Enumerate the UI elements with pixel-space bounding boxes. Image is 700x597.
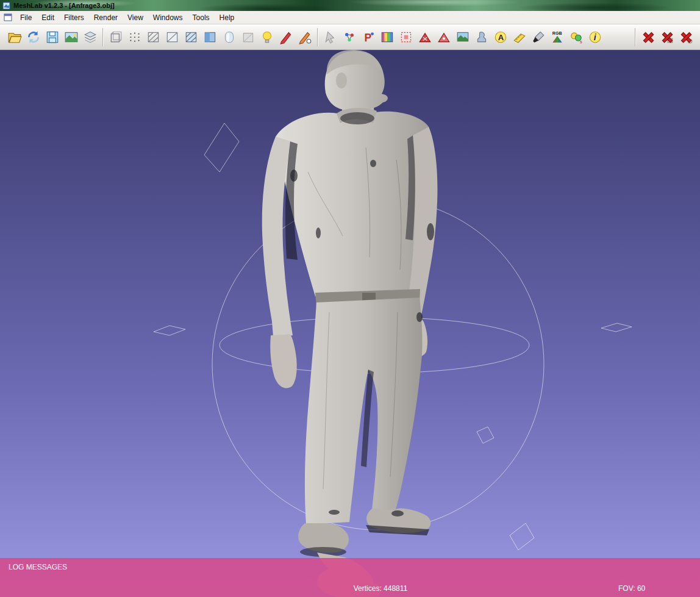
app-icon: [2, 2, 10, 10]
dashed-select-icon: [399, 30, 413, 45]
red-x-stack-icon: [660, 30, 674, 45]
bust-icon: [474, 30, 489, 45]
decorator-button[interactable]: [276, 27, 295, 46]
menu-render[interactable]: Render: [89, 12, 123, 24]
red-triangle-dot-icon: [437, 30, 451, 45]
menu-bar: File Edit Filters Render View Windows To…: [0, 11, 700, 24]
delete-raster-button[interactable]: [676, 27, 695, 46]
window-title: MeshLab v1.2.3 - [Anfrage3.obj]: [13, 2, 115, 9]
measure-button[interactable]: [510, 27, 529, 46]
rgb-triangle-icon: RGB: [550, 30, 565, 45]
measure-wedge-icon: [512, 30, 527, 45]
reload-button[interactable]: [24, 27, 43, 46]
red-triangle-x-icon: [418, 30, 432, 45]
flat-lines-icon: [184, 30, 199, 45]
mesh-scene: [0, 50, 700, 597]
texture-mode-button[interactable]: [238, 27, 257, 46]
gl-viewport[interactable]: LOG MESSAGES Vertices: 448811 Faces: 843…: [0, 50, 700, 597]
p-letter-icon: P: [361, 30, 376, 45]
light-toggle-button[interactable]: [257, 27, 276, 46]
rainbow-map-icon: [380, 30, 395, 45]
color-mapper-button[interactable]: [377, 27, 396, 46]
human-mesh: [262, 50, 438, 597]
title-bar[interactable]: MeshLab v1.2.3 - [Anfrage3.obj]: [0, 0, 700, 11]
layers-icon: [83, 30, 98, 45]
smooth-icon: [222, 30, 237, 45]
light-bulb-icon: [260, 30, 274, 45]
main-toolbar: P A RGB s i: [0, 24, 700, 50]
flat-lines-mode-button[interactable]: [182, 27, 201, 46]
mesh-stats: Vertices: 448811 Faces: 843289: [143, 563, 618, 597]
pick-points-button[interactable]: [340, 27, 359, 46]
vertices-count: Vertices: 448811: [354, 584, 408, 594]
p-tool-button[interactable]: P: [359, 27, 377, 46]
svg-text:A: A: [498, 32, 504, 41]
info-button[interactable]: i: [585, 27, 604, 46]
red-x-raster-icon: [679, 30, 693, 45]
menu-edit[interactable]: Edit: [37, 12, 59, 24]
snapshot-icon: [64, 30, 79, 45]
delete-faces-button[interactable]: [415, 27, 434, 46]
delete-vertices-button[interactable]: [434, 27, 453, 46]
menu-view[interactable]: View: [123, 12, 148, 24]
paint-brush-icon: [531, 30, 546, 45]
bbox-mode-button[interactable]: [106, 27, 125, 46]
orange-pen-icon: [298, 30, 312, 45]
info-icon: i: [588, 30, 602, 45]
wireframe-icon: [146, 30, 161, 45]
meshlab-window: MeshLab v1.2.3 - [Anfrage3.obj] File Edi…: [0, 0, 700, 597]
fov-value: FOV: 60: [618, 584, 691, 594]
red-x-icon: [641, 30, 655, 45]
decorator-edit-button[interactable]: [295, 27, 314, 46]
wireframe-mode-button[interactable]: [144, 27, 163, 46]
bbox-icon: [109, 30, 123, 45]
layers-button[interactable]: [80, 27, 99, 46]
log-messages-label: LOG MESSAGES: [9, 563, 143, 571]
pick-points-icon: [342, 30, 357, 45]
points-mode-button[interactable]: [125, 27, 144, 46]
toolbar-separator: [317, 28, 318, 46]
document-icon: [3, 13, 13, 22]
svg-text:RGB: RGB: [552, 30, 562, 35]
menu-tools[interactable]: Tools: [188, 12, 215, 24]
toolbar-separator: [635, 28, 635, 46]
a-circle-icon: A: [493, 30, 508, 45]
open-button[interactable]: [5, 27, 24, 46]
toolbar-separator: [102, 28, 103, 46]
svg-text:P: P: [364, 31, 371, 43]
select-cursor-button[interactable]: [321, 27, 340, 46]
reload-icon: [26, 30, 41, 45]
save-icon: [45, 30, 60, 45]
save-button[interactable]: [43, 27, 62, 46]
bust-button[interactable]: [472, 27, 491, 46]
flat-icon: [203, 30, 218, 45]
view-stats: FOV: 60 FPS: 15.7: [618, 563, 691, 597]
hidden-lines-mode-button[interactable]: [163, 27, 182, 46]
menu-file[interactable]: File: [15, 12, 37, 24]
color-spheres-icon: s: [569, 30, 584, 45]
points-icon: [127, 30, 142, 45]
menu-windows[interactable]: Windows: [148, 12, 188, 24]
status-bar: LOG MESSAGES Vertices: 448811 Faces: 843…: [0, 558, 700, 597]
colorize-button[interactable]: s: [566, 27, 585, 46]
menu-help[interactable]: Help: [215, 12, 240, 24]
rgb-button[interactable]: RGB: [548, 27, 566, 46]
delete-all-meshes-button[interactable]: [657, 27, 676, 46]
cursor-arrow-icon: [323, 30, 338, 45]
landscape-icon: [455, 30, 470, 45]
background-image-button[interactable]: [453, 27, 472, 46]
flat-mode-button[interactable]: [201, 27, 220, 46]
menu-filters[interactable]: Filters: [59, 12, 89, 24]
hidden-lines-icon: [165, 30, 180, 45]
texture-icon: [241, 30, 255, 45]
open-folder-icon: [7, 30, 22, 45]
snapshot-button[interactable]: [62, 27, 80, 46]
delete-mesh-button[interactable]: [638, 27, 657, 46]
annotation-button[interactable]: A: [491, 27, 510, 46]
smooth-mode-button[interactable]: [220, 27, 238, 46]
select-faces-button[interactable]: [396, 27, 415, 46]
red-pen-icon: [279, 30, 293, 45]
paint-button[interactable]: [529, 27, 548, 46]
svg-text:s: s: [580, 38, 582, 44]
